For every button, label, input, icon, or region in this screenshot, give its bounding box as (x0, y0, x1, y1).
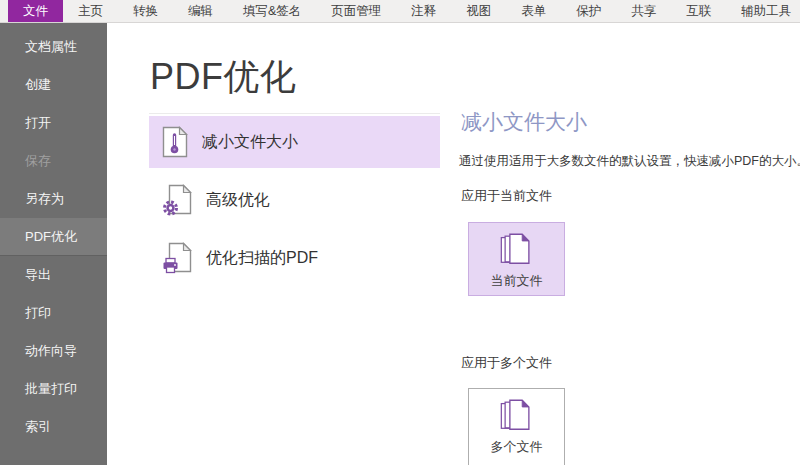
menubar: 文件 主页 转换 编辑 填写&签名 页面管理 注释 视图 表单 保护 共享 互联… (0, 0, 800, 23)
multiple-files-card-label: 多个文件 (491, 438, 543, 456)
stacked-documents-icon (498, 231, 536, 267)
option-label: 减小文件大小 (202, 132, 298, 153)
detail-description: 通过使用适用于大多数文件的默认设置，快速减小PDF的大小。 (459, 153, 800, 170)
menu-item-file[interactable]: 文件 (8, 0, 63, 22)
gear-document-icon (162, 184, 192, 216)
sidebar-item-index[interactable]: 索引 (0, 408, 107, 446)
sidebar-item-print[interactable]: 打印 (0, 294, 107, 332)
menu-item-comment[interactable]: 注释 (396, 0, 451, 22)
optimize-option-list: 减小文件大小 高级优化 (149, 113, 440, 290)
menu-item-share[interactable]: 共享 (616, 0, 671, 22)
option-label: 优化扫描的PDF (206, 248, 318, 269)
thermometer-document-icon (162, 126, 188, 158)
sidebar-item-doc-properties[interactable]: 文档属性 (0, 28, 107, 66)
menu-item-page-organize[interactable]: 页面管理 (316, 0, 396, 22)
multiple-files-card[interactable]: 多个文件 (468, 388, 565, 465)
option-optimize-scanned-pdf[interactable]: 优化扫描的PDF (149, 232, 440, 284)
menu-item-view[interactable]: 视图 (451, 0, 506, 22)
sidebar-item-save: 保存 (0, 142, 107, 180)
menu-item-protect[interactable]: 保护 (561, 0, 616, 22)
page-title: PDF优化 (150, 53, 297, 102)
option-reduce-file-size[interactable]: 减小文件大小 (149, 116, 440, 168)
detail-heading: 减小文件大小 (461, 108, 587, 136)
printer-document-icon (162, 242, 192, 274)
sidebar-item-batch-print[interactable]: 批量打印 (0, 370, 107, 408)
current-file-section-label: 应用于当前文件 (461, 187, 552, 205)
backstage-content: PDF优化 减小文件大小 (107, 23, 800, 465)
sidebar-item-save-as[interactable]: 另存为 (0, 180, 107, 218)
sidebar-item-open[interactable]: 打开 (0, 104, 107, 142)
backstage-sidebar: 文档属性 创建 打开 保存 另存为 PDF优化 导出 打印 动作向导 批量打印 … (0, 23, 107, 465)
option-advanced-optimize[interactable]: 高级优化 (149, 174, 440, 226)
multiple-files-section-label: 应用于多个文件 (461, 354, 552, 372)
stacked-documents-icon (498, 397, 536, 433)
menu-item-convert[interactable]: 转换 (118, 0, 173, 22)
option-label: 高级优化 (206, 190, 270, 211)
menu-item-accessibility[interactable]: 辅助工具 (726, 0, 800, 22)
menu-item-form[interactable]: 表单 (506, 0, 561, 22)
menu-item-fill-sign[interactable]: 填写&签名 (228, 0, 316, 22)
sidebar-item-pdf-optimize[interactable]: PDF优化 (0, 218, 107, 256)
menu-item-connect[interactable]: 互联 (671, 0, 726, 22)
current-file-card-label: 当前文件 (491, 272, 543, 290)
menu-item-home[interactable]: 主页 (63, 0, 118, 22)
sidebar-item-export[interactable]: 导出 (0, 256, 107, 294)
menu-item-edit[interactable]: 编辑 (173, 0, 228, 22)
sidebar-item-action-wizard[interactable]: 动作向导 (0, 332, 107, 370)
sidebar-item-create[interactable]: 创建 (0, 66, 107, 104)
current-file-card[interactable]: 当前文件 (468, 222, 565, 296)
